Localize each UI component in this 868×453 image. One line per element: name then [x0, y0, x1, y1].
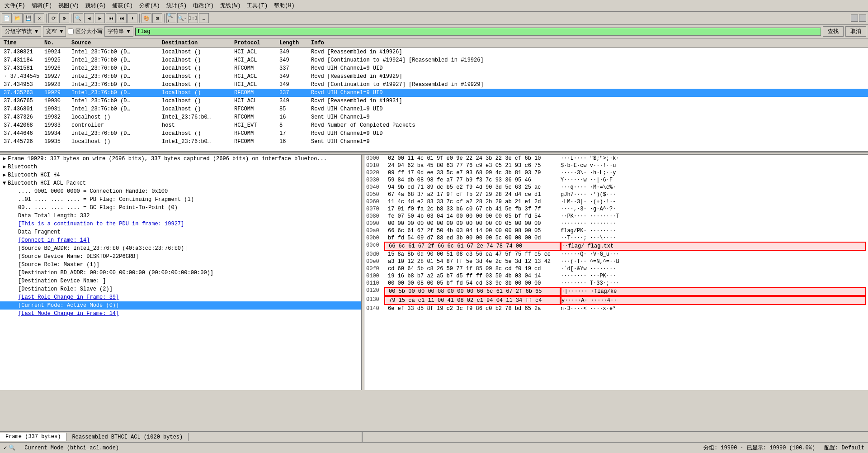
hex-row[interactable]: 0040 94 9b cd 71 89 dc b5 e2 f9 4d 90 3d…	[364, 184, 868, 191]
hex-row[interactable]: 00e0 a3 10 12 28 01 54 87 ff 5e 3d 4e 2c…	[364, 258, 868, 265]
detail-line[interactable]: ▶Frame 19929: 337 bytes on wire (2696 bi…	[0, 155, 361, 163]
menu-capture[interactable]: 捕获(C)	[109, 1, 136, 10]
detail-line[interactable]: [Source Device Name: DESKTOP-22P6GRB]	[0, 253, 361, 261]
hex-row[interactable]: 0020 09 ff 17 0d ee 33 5c e7 93 68 09 4c…	[364, 169, 868, 176]
table-row[interactable]: 37.437326 19932 localhost () Intel_23:76…	[0, 113, 868, 121]
prev-btn[interactable]: ◀	[84, 13, 94, 23]
hex-row[interactable]: 0000 02 00 11 4c 01 9f e0 9e 22 24 3b 22…	[364, 155, 868, 162]
menu-phone[interactable]: 电话(Y)	[190, 1, 217, 10]
scroll-btn[interactable]: ⬇	[127, 13, 137, 23]
open-btn[interactable]: 📂	[13, 13, 23, 23]
menu-edit[interactable]: 编辑(E)	[29, 1, 55, 10]
win-btn2[interactable]	[859, 14, 866, 22]
col-btn[interactable]: ⚊	[199, 13, 209, 23]
hex-row[interactable]: 0120 00 5b 00 00 00 08 00 00 00 66 6c 61…	[364, 287, 868, 296]
filter-string-dropdown[interactable]: 字符串 ▼	[104, 26, 133, 37]
col-destination[interactable]: Destination	[160, 39, 232, 47]
filter-input[interactable]	[137, 29, 819, 35]
zoom-normal-btn[interactable]: 1:1	[188, 13, 198, 23]
detail-line[interactable]: [Last Role Change in Frame: 39]	[0, 293, 361, 301]
col-no[interactable]: No.	[42, 39, 70, 47]
tab-reassembled[interactable]: Reassembled BTHCI ACL (1020 bytes)	[66, 433, 189, 441]
detail-line[interactable]: [Destination Role: Slave (2)]	[0, 285, 361, 293]
packet-list[interactable]: 37.430821 19924 Intel_23:76:b0 (D… local…	[0, 48, 868, 152]
hex-row[interactable]: 0140 6e ef 33 d5 8f 19 c2 3c f9 86 c0 b2…	[364, 305, 868, 312]
table-row[interactable]: 37.434953 19928 Intel_23:76:b0 (D… local…	[0, 81, 868, 89]
detail-line[interactable]: .... 0001 0000 0000 = Connection Handle:…	[0, 187, 361, 196]
tab-frame[interactable]: Frame (337 bytes)	[0, 433, 66, 441]
detail-line[interactable]: ..01 .... .... .... = PB Flag: Continuin…	[0, 196, 361, 204]
detail-line[interactable]: [Destination Device Name: ]	[0, 277, 361, 285]
go-first-btn[interactable]: ⏮	[106, 13, 116, 23]
table-row[interactable]: 37.444646 19934 Intel_23:76:b0 (D… local…	[0, 129, 868, 138]
hex-row[interactable]: 0050 67 4a 68 37 a2 17 9f cf fb 27 29 28…	[364, 191, 868, 198]
table-row[interactable]: 37.435263 19929 Intel_23:76:b0 (D… local…	[0, 89, 868, 97]
resize-btn[interactable]: ⊡	[152, 13, 162, 23]
color-rules-btn[interactable]: 🎨	[142, 13, 151, 23]
detail-line[interactable]: Data Fragment	[0, 228, 361, 236]
table-row[interactable]: 37.430821 19924 Intel_23:76:b0 (D… local…	[0, 48, 868, 56]
table-row[interactable]: 37.442068 19933 controller host HCI_EVT …	[0, 121, 868, 129]
menu-stats[interactable]: 统计(S)	[164, 1, 190, 10]
detail-line[interactable]: [Source Role: Master (1)]	[0, 261, 361, 269]
detail-line[interactable]: [Source BD_ADDR: Intel_23:76:b0 (40:a3:c…	[0, 244, 361, 253]
col-info[interactable]: Info	[309, 39, 866, 47]
detail-line[interactable]: Data Total Length: 332	[0, 212, 361, 220]
detail-line[interactable]: [This is a continuation to the PDU in fr…	[0, 220, 361, 228]
detail-link[interactable]: [Connect in frame: 14]	[18, 237, 90, 243]
col-length[interactable]: Length	[278, 39, 309, 47]
menu-analyze[interactable]: 分析(A)	[137, 1, 163, 10]
menu-tools[interactable]: 工具(T)	[244, 1, 270, 10]
find-btn[interactable]: 🔍	[73, 13, 83, 23]
col-time[interactable]: Time	[2, 39, 42, 47]
menu-help[interactable]: 帮助(H)	[271, 1, 297, 10]
detail-line[interactable]: ▼Bluetooth HCI ACL Packet	[0, 179, 361, 187]
new-btn[interactable]: 📄	[2, 13, 12, 23]
detail-line[interactable]: ▶Bluetooth	[0, 163, 361, 171]
hex-row[interactable]: 0010 24 04 62 ba 45 80 63 77 76 c9 e3 05…	[364, 162, 868, 169]
detail-line[interactable]: ▶Bluetooth HCI H4	[0, 171, 361, 179]
menu-file[interactable]: 文件(F)	[2, 1, 28, 10]
table-row[interactable]: 37.445726 19935 localhost () Intel_23:76…	[0, 138, 868, 146]
table-row[interactable]: 37.436801 19931 Intel_23:76:b0 (D… local…	[0, 105, 868, 113]
close-btn[interactable]: ✕	[34, 13, 44, 23]
hex-row[interactable]: 0080 fe 07 50 4b 03 04 14 00 00 00 00 00…	[364, 213, 868, 220]
col-protocol[interactable]: Protocol	[232, 39, 278, 47]
table-row[interactable]: 37.436765 19930 Intel_23:76:b0 (D… local…	[0, 97, 868, 105]
cancel-button[interactable]: 取消	[845, 26, 866, 37]
case-sensitive-checkbox[interactable]	[68, 29, 74, 34]
filter-width-dropdown[interactable]: 宽窄 ▼	[43, 26, 66, 37]
menu-wireless[interactable]: 无线(W)	[217, 1, 244, 10]
table-row[interactable]: · 37.434545 19927 Intel_23:76:b0 (D… loc…	[0, 72, 868, 81]
zoom-in-btn[interactable]: 🔍+	[166, 13, 176, 23]
hex-row[interactable]: 00d0 15 8a 8b 0d 90 00 51 08 c3 56 ea 47…	[364, 251, 868, 258]
detail-line[interactable]: [Connect in frame: 14]	[0, 236, 361, 244]
hex-row[interactable]: 00c0 66 6c 61 67 2f 66 6c 61 67 2e 74 78…	[364, 242, 868, 251]
detail-link[interactable]: [Last Mode Change in Frame: 14]	[18, 310, 119, 317]
table-row[interactable]: 37.431581 19926 Intel_23:76:b0 (D… local…	[0, 64, 868, 72]
hex-row[interactable]: 0060 11 4c 4d e2 83 33 7c cf a2 28 2b 29…	[364, 198, 868, 205]
detail-line[interactable]: [Destination BD_ADDR: 00:00:00_00:00:00 …	[0, 269, 361, 277]
zoom-out-btn[interactable]: 🔍-	[177, 13, 187, 23]
next-btn[interactable]: ▶	[95, 13, 105, 23]
hex-row[interactable]: 0030 59 84 db 08 98 fe a7 77 b9 f3 7c 93…	[364, 176, 868, 184]
find-button[interactable]: 查找	[823, 26, 844, 37]
save-btn[interactable]: 💾	[24, 13, 33, 23]
hex-row[interactable]: 00b0 bf fd 54 09 d7 88 ed 3b 00 00 00 5c…	[364, 234, 868, 242]
hex-row[interactable]: 0100 19 16 b8 b7 a2 a5 b7 d5 ff ff 03 50…	[364, 272, 868, 280]
detail-link[interactable]: [This is a continuation to the PDU in fr…	[18, 221, 184, 227]
hex-row[interactable]: 00f0 cd 60 64 5b c8 26 59 77 1f 85 09 8c…	[364, 265, 868, 272]
hex-row[interactable]: 0130 79 15 ca c1 11 00 41 08 02 c1 94 04…	[364, 296, 868, 305]
menu-view[interactable]: 视图(V)	[56, 1, 82, 10]
go-last-btn[interactable]: ⏭	[117, 13, 127, 23]
hex-row[interactable]: 0090 00 00 00 00 00 00 00 00 00 00 00 00…	[364, 220, 868, 227]
hex-row[interactable]: 00a0 66 6c 61 67 2f 50 4b 03 04 14 00 00…	[364, 227, 868, 234]
col-source[interactable]: Source	[70, 39, 160, 47]
menu-go[interactable]: 跳转(G)	[83, 1, 109, 10]
filter-type-dropdown[interactable]: 分组字节流 ▼	[2, 26, 41, 37]
win-btn1[interactable]	[851, 14, 858, 22]
detail-link[interactable]: [Last Role Change in Frame: 39]	[18, 294, 119, 300]
detail-line[interactable]: 00.. .... .... .... = BC Flag: Point-To-…	[0, 204, 361, 212]
capture-opts-btn[interactable]: ⚙	[59, 13, 69, 23]
detail-line[interactable]: [Current Mode: Active Mode (0)]	[0, 301, 361, 310]
